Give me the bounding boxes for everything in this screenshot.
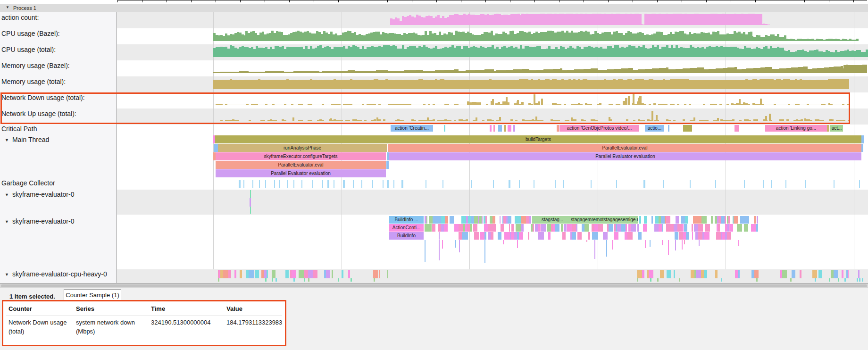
counter-track-memory-usage-bazel[interactable]	[117, 61, 868, 73]
cpu-heavy-slice[interactable]	[704, 270, 707, 278]
sidebar-item-skyframe-evaluator-0[interactable]: ▼skyframe-evaluator-0	[5, 217, 121, 226]
trace-slice[interactable]	[445, 216, 448, 224]
trace-slice[interactable]	[506, 232, 510, 240]
trace-slice[interactable]	[484, 224, 488, 232]
cpu-heavy-slice[interactable]	[348, 270, 350, 278]
cpu-heavy-slice[interactable]	[848, 270, 849, 278]
cpu-heavy-slice[interactable]	[308, 270, 313, 278]
trace-slice[interactable]	[459, 224, 463, 232]
trace-slice[interactable]	[441, 216, 445, 224]
sidebar-item-skyframe-evaluator-cpu-heavy-0[interactable]: ▼skyframe-evaluator-cpu-heavy-0	[5, 270, 121, 279]
sidebar-item-network-down-usage-total[interactable]: Network Down usage (total):	[1, 94, 117, 102]
collapse-arrow-icon[interactable]: ▼	[6, 5, 9, 9]
critical-path-tick[interactable]	[444, 125, 445, 132]
sidebar-item-skyframe-evaluator-0[interactable]: ▼skyframe-evaluator-0	[5, 191, 121, 199]
trace-slice[interactable]	[576, 224, 577, 232]
cpu-heavy-slice[interactable]	[234, 270, 236, 278]
sidebar-item-garbage-collector[interactable]: Garbage Collector	[1, 179, 117, 188]
sidebar-item-cpu-usage-total[interactable]: CPU usage (total):	[1, 46, 117, 54]
counter-track-network-down-usage-total[interactable]	[117, 93, 868, 105]
critical-path-tick[interactable]	[508, 125, 511, 132]
trace-slice[interactable]	[610, 224, 613, 232]
trace-slice[interactable]	[432, 224, 435, 232]
horizontal-scrollbar[interactable]	[0, 283, 868, 288]
critical-path-tick[interactable]	[504, 125, 506, 132]
trace-slice[interactable]	[698, 216, 701, 224]
trace-slice[interactable]	[751, 224, 756, 232]
trace-slice[interactable]	[692, 232, 693, 240]
trace-slice[interactable]	[740, 216, 744, 224]
cpu-heavy-slice[interactable]	[342, 270, 343, 278]
trace-slice[interactable]	[729, 224, 733, 232]
cpu-heavy-slice[interactable]	[667, 270, 671, 278]
trace-slice[interactable]	[685, 216, 688, 224]
trace-slice[interactable]	[427, 224, 432, 232]
trace-slice[interactable]	[694, 224, 698, 232]
cpu-heavy-slice[interactable]	[240, 270, 242, 278]
main-thread-slice[interactable]: Parallel Evaluator evaluation	[389, 152, 861, 160]
cpu-heavy-slice[interactable]	[649, 270, 653, 278]
trace-slice[interactable]	[529, 216, 531, 224]
scrollbar-thumb[interactable]	[1, 284, 867, 287]
trace-slice[interactable]	[718, 224, 720, 232]
cpu-heavy-slice[interactable]	[812, 270, 817, 278]
cpu-heavy-slice[interactable]	[842, 270, 843, 278]
trace-slice[interactable]	[681, 216, 685, 224]
main-thread-slice[interactable]: ParallelEvaluator.eval	[216, 161, 386, 169]
trace-slice[interactable]	[555, 224, 560, 232]
trace-slice[interactable]	[662, 224, 663, 232]
counter-track-network-up-usage-total[interactable]	[117, 109, 868, 121]
cpu-heavy-slice[interactable]	[800, 270, 801, 278]
cpu-heavy-slice[interactable]	[858, 270, 860, 278]
trace-slice[interactable]	[704, 232, 709, 240]
cpu-heavy-slice[interactable]	[267, 270, 268, 278]
trace-slice[interactable]	[757, 216, 758, 224]
column-header-value[interactable]: Value	[226, 305, 242, 312]
trace-slice[interactable]	[603, 232, 608, 240]
trace-slice[interactable]	[463, 224, 465, 232]
trace-slice[interactable]	[684, 224, 687, 232]
cpu-heavy-slice[interactable]	[674, 270, 675, 278]
trace-slice[interactable]	[674, 224, 677, 232]
trace-slice[interactable]	[498, 232, 501, 240]
sidebar-item-memory-usage-bazel[interactable]: Memory usage (Bazel):	[1, 62, 117, 70]
cpu-heavy-slice[interactable]	[373, 270, 378, 278]
trace-slice[interactable]	[508, 216, 511, 224]
critical-path-tick[interactable]	[557, 125, 559, 132]
skyframe-green-band[interactable]: stagstag...stagagemremotstagagesemige.re…	[532, 216, 638, 224]
main-thread-slice[interactable]: ParallelEvaluator.eval	[388, 144, 861, 152]
trace-slice[interactable]	[572, 224, 576, 232]
time-ruler[interactable]	[0, 0, 868, 4]
trace-slice[interactable]	[492, 216, 495, 224]
trace-slice[interactable]	[485, 216, 487, 224]
trace-slice[interactable]	[598, 224, 603, 232]
trace-slice[interactable]	[654, 224, 659, 232]
trace-slice[interactable]	[474, 216, 478, 224]
main-thread-slice[interactable]: buildTargets	[215, 135, 861, 143]
trace-slice[interactable]	[482, 216, 483, 224]
trace-slice[interactable]	[627, 232, 632, 240]
trace-slice[interactable]	[643, 224, 647, 232]
main-thread-slice[interactable]	[386, 161, 389, 169]
column-header-series[interactable]: Series	[76, 305, 94, 312]
trace-slice[interactable]	[480, 232, 484, 240]
trace-slice[interactable]	[547, 224, 551, 232]
cpu-heavy-slice[interactable]	[379, 270, 380, 278]
trace-slice[interactable]	[473, 224, 477, 232]
cpu-heavy-slice[interactable]	[782, 270, 787, 278]
trace-slice[interactable]	[597, 232, 598, 240]
sidebar-item-network-up-usage-total[interactable]: Network Up usage (total):	[1, 110, 117, 118]
trace-slice[interactable]	[661, 216, 664, 224]
trace-slice[interactable]	[701, 216, 707, 224]
cpu-heavy-slice[interactable]	[387, 270, 388, 278]
trace-slice[interactable]	[470, 224, 472, 232]
critical-path-slice[interactable]: act...	[830, 125, 843, 132]
cpu-heavy-slice[interactable]	[285, 270, 289, 278]
main-thread-slice[interactable]	[214, 144, 218, 152]
critical-path-tick[interactable]	[734, 125, 739, 132]
critical-path-tick[interactable]	[668, 125, 669, 132]
skyframe-slice-labeled[interactable]: ActionConti...	[389, 224, 424, 232]
sidebar-item-action-count[interactable]: action count:	[1, 14, 117, 22]
trace-slice[interactable]	[484, 232, 486, 240]
trace-slice[interactable]	[625, 232, 628, 240]
